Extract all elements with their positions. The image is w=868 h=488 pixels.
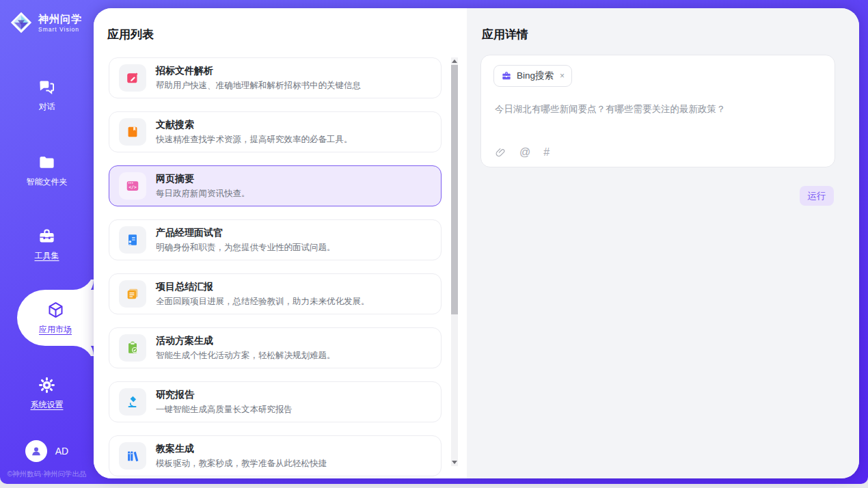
brand-diamond-icon [10, 11, 33, 34]
sidebar-item-gear[interactable]: 系统设置 [0, 369, 94, 417]
app-card[interactable]: 文献搜索 快速精准查找学术资源，提高研究效率的必备工具。 [109, 111, 442, 152]
browser-code-icon: </> [119, 172, 146, 200]
clipboard-check-icon [119, 334, 146, 362]
sidebar: 神州问学 Smart Vision 对话 智能文件夹 工具集 应用市场 系统设置 [0, 0, 94, 484]
app-card-selected[interactable]: </> 网页摘要 每日政府新闻资讯快查。 [109, 165, 442, 206]
chat-icon [38, 78, 56, 96]
tool-chip-label: Bing搜索 [517, 70, 554, 82]
doc-pen-icon [119, 64, 146, 92]
app-list-panel: 应用列表 招标文件解析 帮助用户快速、准确地理解和解析招标书中的关键信息 文献搜… [94, 8, 467, 478]
run-button[interactable]: 运行 [800, 186, 834, 206]
person-icon [29, 444, 43, 458]
chip-close-icon[interactable]: × [558, 71, 565, 81]
scroll-down-arrow-icon[interactable] [452, 461, 457, 464]
paperclip-icon[interactable] [495, 147, 506, 159]
toolbox-icon [38, 227, 56, 245]
app-card[interactable]: 项目总结汇报 全面回顾项目进展，总结经验教训，助力未来优化发展。 [109, 273, 442, 314]
content-shell: 应用列表 招标文件解析 帮助用户快速、准确地理解和解析招标书中的关键信息 文献搜… [94, 8, 859, 478]
svg-text:</>: </> [128, 185, 137, 190]
app-list-title: 应用列表 [107, 27, 154, 42]
doc-person-icon [119, 226, 146, 254]
app-card[interactable]: 产品经理面试官 明确身份和职责，为您提供专业性的面试问题。 [109, 219, 442, 260]
app-card[interactable]: 教案生成 模板驱动，教案秒成，教学准备从此轻松快捷 [109, 435, 442, 476]
prompt-card: Bing搜索 × 今日湖北有哪些新闻要点？有哪些需要关注的最新政策？ @ # [480, 55, 835, 167]
sidebar-item-cube[interactable]: 应用市场 [17, 290, 94, 346]
app-card[interactable]: 研究报告 一键智能生成高质量长文本研究报告 [109, 381, 442, 422]
app-card[interactable]: 活动方案生成 智能生成个性化活动方案，轻松解决规划难题。 [109, 327, 442, 368]
sidebar-item-chat[interactable]: 对话 [0, 71, 94, 119]
folder-icon [38, 153, 56, 172]
sidebar-item-folder[interactable]: 智能文件夹 [0, 146, 94, 194]
copyright-footer: ©神州数码·神州问学出品 [0, 470, 94, 479]
scroll-up-arrow-icon[interactable] [452, 59, 457, 63]
app-card[interactable]: 招标文件解析 帮助用户快速、准确地理解和解析招标书中的关键信息 [109, 57, 442, 98]
tool-chip-bing-search[interactable]: Bing搜索 × [493, 65, 572, 87]
books-icon [119, 442, 146, 470]
book-icon [119, 118, 146, 146]
brand-tagline: Smart Vision [38, 26, 82, 33]
app-detail-title: 应用详情 [482, 27, 528, 42]
mention-icon[interactable]: @ [519, 146, 530, 159]
hashtag-icon[interactable]: # [543, 146, 550, 159]
user-name: AD [55, 446, 68, 457]
app-list: 招标文件解析 帮助用户快速、准确地理解和解析招标书中的关键信息 文献搜索 快速精… [109, 57, 442, 476]
briefcase-icon [501, 70, 512, 81]
cube-icon [46, 301, 65, 319]
brand-logo: 神州问学 Smart Vision [10, 11, 82, 34]
microscope-icon [119, 388, 146, 416]
brand-name: 神州问学 [38, 13, 82, 26]
app-list-scrollbar[interactable] [451, 57, 458, 466]
app-window-frame: 神州问学 Smart Vision 对话 智能文件夹 工具集 应用市场 系统设置 [0, 0, 868, 484]
gear-icon [38, 376, 56, 394]
scrollbar-thumb[interactable] [451, 65, 458, 314]
user-row[interactable]: AD [0, 440, 94, 462]
avatar[interactable] [25, 440, 47, 462]
input-toolbar: @ # [495, 146, 550, 159]
query-input[interactable]: 今日湖北有哪些新闻要点？有哪些需要关注的最新政策？ [495, 103, 821, 116]
app-detail-panel: 应用详情 Bing搜索 × 今日湖北有哪些新闻要点？有哪些需要关注的最新政策？ … [467, 8, 859, 478]
sidebar-item-toolbox[interactable]: 工具集 [0, 220, 94, 268]
sticky-notes-icon [119, 280, 146, 308]
